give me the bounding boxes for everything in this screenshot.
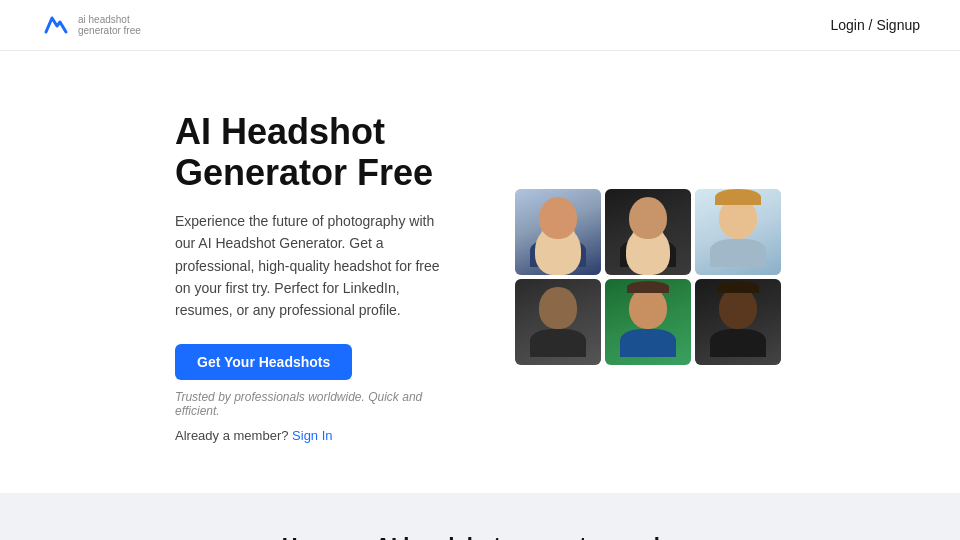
signin-line: Already a member? Sign In bbox=[175, 428, 455, 443]
headshot-3 bbox=[695, 189, 781, 275]
logo-link[interactable]: ai headshot generator free bbox=[40, 10, 141, 40]
headshot-6 bbox=[695, 279, 781, 365]
headshot-2 bbox=[605, 189, 691, 275]
nav-right: Login / Signup bbox=[830, 16, 920, 34]
logo-icon bbox=[40, 10, 70, 40]
hero-section: AI Headshot Generator Free Experience th… bbox=[0, 51, 960, 493]
hero-title: AI Headshot Generator Free bbox=[175, 111, 455, 194]
hero-left: AI Headshot Generator Free Experience th… bbox=[175, 111, 455, 443]
signin-link[interactable]: Sign In bbox=[292, 428, 332, 443]
login-signup-link[interactable]: Login / Signup bbox=[830, 17, 920, 33]
headshot-1 bbox=[515, 189, 601, 275]
logo-name: ai headshot bbox=[78, 14, 141, 25]
logo-subtext: generator free bbox=[78, 25, 141, 36]
trust-text: Trusted by professionals worldwide. Quic… bbox=[175, 390, 455, 418]
navbar: ai headshot generator free Login / Signu… bbox=[0, 0, 960, 51]
how-title: How our AI headshot generator works bbox=[20, 533, 940, 540]
get-headshots-button[interactable]: Get Your Headshots bbox=[175, 344, 352, 380]
headshot-5 bbox=[605, 279, 691, 365]
headshot-4 bbox=[515, 279, 601, 365]
logo-text: ai headshot generator free bbox=[78, 14, 141, 36]
hero-description: Experience the future of photography wit… bbox=[175, 210, 455, 322]
hero-right bbox=[515, 189, 785, 365]
how-section: How our AI headshot generator works 1 Up… bbox=[0, 493, 960, 540]
headshot-grid bbox=[515, 189, 785, 365]
